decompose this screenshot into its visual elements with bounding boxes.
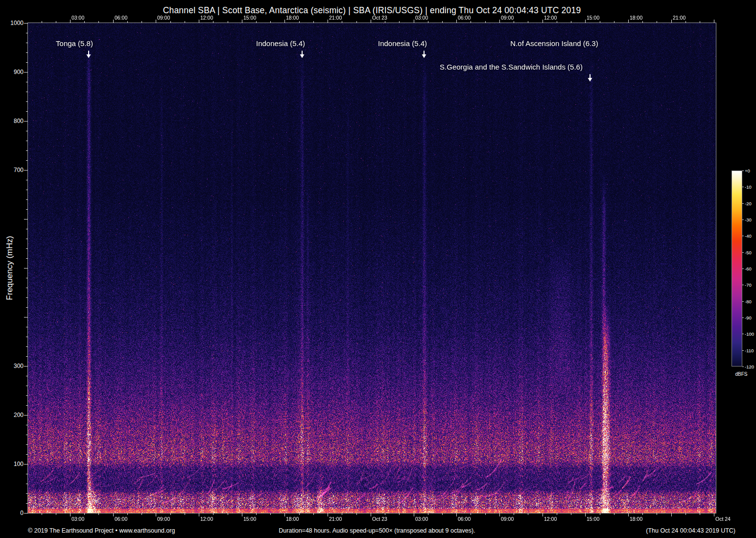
axis-tick — [313, 513, 314, 515]
axis-tick — [485, 513, 486, 515]
axis-tick — [26, 386, 28, 386]
axis-tick — [26, 376, 28, 376]
axis-tick — [428, 513, 428, 515]
x-axis-top-label: 21:00 — [673, 15, 685, 21]
axis-tick — [199, 20, 199, 23]
axis-tick — [26, 435, 28, 435]
axis-tick — [26, 297, 28, 298]
axis-tick — [24, 72, 28, 73]
axis-tick — [414, 20, 414, 23]
x-axis-bottom-label: Oct 24 — [715, 516, 731, 522]
event-arrow-icon — [588, 74, 592, 82]
axis-tick — [26, 278, 28, 278]
axis-tick — [26, 425, 28, 425]
y-axis-tick-label: 1000 — [0, 20, 24, 26]
x-axis-top-label: 15:00 — [243, 15, 256, 21]
axis-tick — [685, 513, 686, 515]
axis-tick — [26, 150, 28, 151]
axis-tick — [24, 219, 28, 220]
axis-tick — [742, 334, 744, 334]
axis-tick — [742, 171, 744, 171]
axis-tick — [628, 513, 629, 516]
x-axis-bottom-label: 12:00 — [544, 516, 557, 522]
axis-tick — [742, 301, 744, 302]
axis-tick — [213, 21, 213, 23]
footer-info: Duration=48 hours. Audio speed-up=500× (… — [279, 527, 475, 534]
axis-tick — [499, 513, 500, 516]
x-axis-bottom-label: 12:00 — [200, 516, 213, 522]
x-axis-bottom-label: 03:00 — [71, 516, 84, 522]
axis-tick — [557, 513, 557, 515]
axis-tick — [571, 513, 571, 515]
spectrogram-canvas — [28, 23, 716, 513]
x-axis-top-label: 06:00 — [115, 15, 127, 21]
axis-tick — [642, 513, 643, 515]
axis-tick — [342, 513, 342, 515]
axis-tick — [56, 21, 56, 23]
axis-tick — [24, 415, 28, 416]
axis-tick — [24, 513, 28, 514]
axis-tick — [356, 513, 357, 515]
axis-tick — [84, 513, 85, 515]
axis-tick — [528, 513, 528, 515]
x-axis-bottom-label: 09:00 — [501, 516, 514, 522]
axis-tick — [26, 239, 28, 239]
axis-tick — [742, 318, 744, 318]
event-label: N.of Ascension Island (6.3) — [510, 39, 598, 48]
axis-tick — [585, 20, 586, 23]
axis-tick — [742, 220, 744, 220]
colorbar-tick-label: -50 — [745, 249, 752, 255]
axis-tick — [26, 474, 28, 474]
axis-tick — [242, 20, 242, 23]
axis-tick — [142, 513, 142, 515]
axis-tick — [26, 62, 28, 63]
axis-tick — [700, 513, 700, 515]
axis-tick — [528, 21, 528, 23]
axis-tick — [113, 20, 114, 23]
axis-tick — [26, 82, 28, 82]
axis-tick — [399, 21, 400, 23]
colorbar-tick-label: -100 — [745, 331, 754, 337]
axis-tick — [170, 21, 171, 23]
axis-tick — [356, 21, 357, 23]
axis-tick — [543, 20, 543, 23]
x-axis-bottom-label: Oct 23 — [372, 516, 387, 522]
x-axis-top-label: 21:00 — [329, 15, 342, 21]
x-axis-bottom-label: 15:00 — [587, 516, 599, 522]
axis-tick — [56, 513, 56, 515]
axis-tick — [742, 236, 744, 236]
x-axis-bottom-label: 21:00 — [329, 516, 342, 522]
axis-tick — [399, 513, 400, 515]
axis-tick — [242, 513, 242, 516]
axis-tick — [127, 513, 128, 515]
axis-tick — [256, 513, 257, 515]
axis-tick — [371, 20, 371, 23]
axis-tick — [26, 190, 28, 190]
axis-tick — [70, 20, 71, 23]
axis-tick — [26, 307, 28, 308]
footer-timestamp: (Thu Oct 24 00:04:43 2019 UTC) — [646, 527, 735, 534]
axis-tick — [26, 33, 28, 33]
axis-tick — [628, 20, 629, 23]
axis-tick — [84, 21, 85, 23]
axis-tick — [313, 21, 314, 23]
axis-tick — [328, 20, 328, 23]
event-arrow-icon — [86, 50, 91, 58]
axis-tick — [24, 268, 28, 269]
axis-tick — [42, 513, 42, 515]
axis-tick — [113, 513, 114, 516]
axis-tick — [600, 21, 600, 23]
colorbar-tick-label: -10 — [745, 184, 752, 190]
y-axis-tick-label: 900 — [0, 69, 24, 75]
colorbar-tick-label: -90 — [745, 315, 752, 320]
axis-tick — [26, 43, 28, 43]
axis-tick — [24, 317, 28, 318]
axis-tick — [671, 513, 672, 516]
axis-tick — [342, 21, 342, 23]
colorbar-tick-label: -120 — [745, 364, 754, 369]
axis-tick — [199, 513, 199, 516]
axis-tick — [614, 21, 614, 23]
axis-tick — [26, 131, 28, 131]
x-axis-top-label: 09:00 — [157, 15, 170, 21]
axis-tick — [385, 21, 385, 23]
